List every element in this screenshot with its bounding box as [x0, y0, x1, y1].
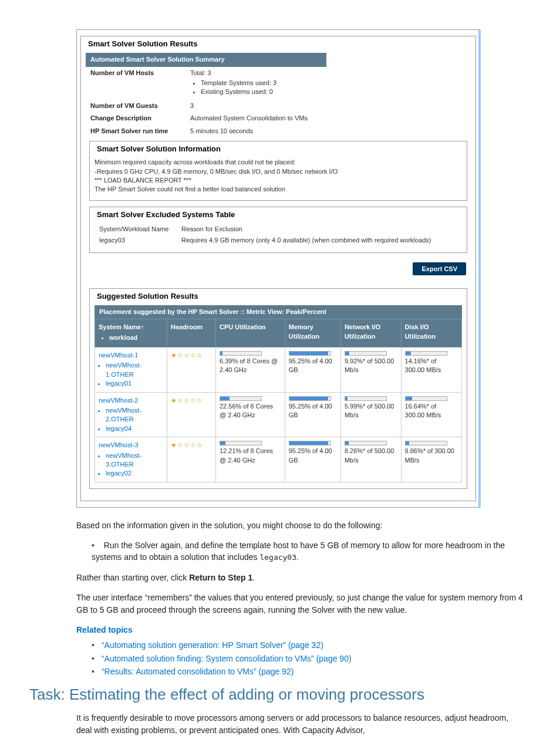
link-rt3[interactable]: “Results: Automated consolidation to VMs…	[102, 667, 294, 676]
util-meter	[405, 396, 447, 401]
util-meter	[345, 351, 387, 356]
util-text: 22.56% of 8 Cores @ 2.40 GHz	[220, 402, 281, 420]
workload-item: legacy01	[106, 379, 163, 388]
link-rt2[interactable]: “Automated solution finding: System cons…	[102, 654, 352, 663]
util-meter	[405, 441, 447, 445]
change-desc-value: Automated System Consolidation to VMs	[190, 114, 466, 123]
workload-item: newVMhost-3.OTHER	[106, 451, 163, 470]
placement-bar: Placement suggested by the HP Smart Solv…	[95, 305, 462, 319]
vm-guests-value: 3	[190, 102, 466, 110]
workload-item: newVMhost-1.OTHER	[106, 361, 163, 379]
util-meter	[220, 396, 262, 401]
results-legend: Smart Solver Solution Results	[86, 39, 200, 49]
system-link[interactable]: newVMhost-2	[99, 397, 138, 404]
vm-hosts-value: Total: 3 Template Systems used: 3 Existi…	[190, 69, 466, 98]
export-csv-button[interactable]: Export CSV	[413, 262, 466, 275]
vm-hosts-template: Template Systems used: 3	[201, 79, 466, 87]
related-topics-heading: Related topics	[76, 624, 525, 636]
th-mem[interactable]: Memory Utilization	[285, 319, 340, 347]
solution-table: System Name↑ workload Headroom CPU Utili…	[95, 319, 462, 482]
vm-guests-label: Number of VM Guests	[90, 102, 190, 110]
headroom-stars: ★☆☆☆☆	[171, 441, 203, 448]
util-text: 95.25% of 4.00 GB	[289, 447, 337, 465]
util-text: 95.25% of 4.00 GB	[289, 357, 337, 375]
util-meter	[289, 351, 331, 356]
util-text: 8.26%* of 500.00 Mb/s	[345, 447, 397, 465]
info-line: *** LOAD BALANCE REPORT ***	[95, 176, 462, 185]
util-text: 14.16%* of 300.00 MB/s	[405, 357, 458, 375]
util-text: 9.92%* of 500.00 Mb/s	[345, 357, 397, 375]
util-meter	[220, 351, 262, 356]
th-system[interactable]: System Name↑ workload	[95, 319, 167, 347]
workload-item: legacy02	[106, 469, 163, 478]
task-para: It is frequently desirable to move proce…	[76, 712, 525, 736]
info-legend: Smart Solver Solution Information	[95, 144, 223, 154]
workload-item: newVMhost-2.OTHER	[106, 406, 163, 424]
bullet-solver: Run the Solver again, and define the tem…	[92, 539, 525, 563]
excluded-legend: Smart Solver Excluded Systems Table	[95, 210, 237, 220]
run-time-label: HP Smart Solver run time	[90, 127, 190, 136]
util-meter	[220, 441, 262, 445]
screenshot-panel: Smart Solver Solution Results Automated …	[76, 29, 480, 508]
system-link[interactable]: newVMhost-3	[99, 441, 138, 448]
suggested-legend: Suggested Solution Results	[95, 291, 201, 302]
th-disk[interactable]: Disk I/O Utilization	[401, 319, 461, 347]
para-intro: Based on the information given in the so…	[76, 519, 525, 531]
vm-hosts-existing: Existing Systems used: 0	[201, 87, 466, 96]
util-text: 5.99%* of 500.00 Mb/s	[345, 402, 397, 420]
excl-row-reason: Requires 4.9 GB memory (only 4.0 availab…	[181, 236, 431, 245]
util-meter	[289, 396, 331, 401]
para-return: Rather than starting over, click Return …	[76, 572, 525, 583]
util-text: 95.25% of 4.00 GB	[289, 402, 337, 420]
util-meter	[345, 396, 387, 401]
change-desc-label: Change Description	[90, 114, 190, 123]
th-headroom[interactable]: Headroom	[167, 319, 216, 347]
info-line: Minimum required capacity across workloa…	[95, 158, 462, 167]
info-line: The HP Smart Solver could not find a bet…	[95, 185, 462, 194]
th-net[interactable]: Network I/O Utilization	[340, 319, 401, 347]
util-text: 16.64%* of 300.00 MB/s	[405, 402, 458, 420]
summary-bar: Automated Smart Solver Solution Summary	[86, 53, 326, 66]
excl-head-reason: Reason for Exclusion	[181, 225, 242, 234]
util-text: 6.39% of 8 Cores @ 2.40 GHz	[220, 357, 281, 375]
util-text: 12.21% of 8 Cores @ 2.40 GHz	[220, 447, 281, 465]
run-time-value: 5 minutes 10 seconds	[190, 127, 466, 136]
util-text: 9.86%* of 300.00 MB/s	[405, 447, 458, 465]
headroom-stars: ★☆☆☆☆	[171, 352, 203, 359]
para-remember: The user interface “remembers” the value…	[76, 592, 525, 616]
link-rt1[interactable]: “Automating solution generation: HP Smar…	[102, 640, 323, 650]
table-row: newVMhost-3newVMhost-3.OTHERlegacy02★☆☆☆…	[95, 437, 462, 482]
util-meter	[405, 351, 447, 356]
table-row: newVMhost-1newVMhost-1.OTHERlegacy01★☆☆☆…	[95, 347, 462, 393]
excl-head-name: System/Workload Name	[99, 225, 181, 234]
excl-row-name: legacy03	[99, 236, 181, 245]
workload-item: legacy04	[106, 424, 163, 433]
headroom-stars: ★☆☆☆☆	[171, 397, 203, 404]
table-row: newVMhost-2newVMhost-2.OTHERlegacy04★☆☆☆…	[95, 392, 462, 437]
task-heading: Task: Estimating the effect of adding or…	[29, 686, 531, 704]
util-meter	[345, 441, 387, 445]
vm-hosts-total: Total: 3	[190, 69, 466, 77]
vm-hosts-label: Number of VM Hosts	[90, 69, 190, 98]
system-link[interactable]: newVMhost-1	[99, 352, 138, 359]
info-line: -Requires 0 GHz CPU, 4.9 GB memory, 0 MB…	[95, 167, 462, 176]
util-meter	[289, 441, 331, 445]
th-cpu[interactable]: CPU Utilization	[216, 319, 285, 347]
